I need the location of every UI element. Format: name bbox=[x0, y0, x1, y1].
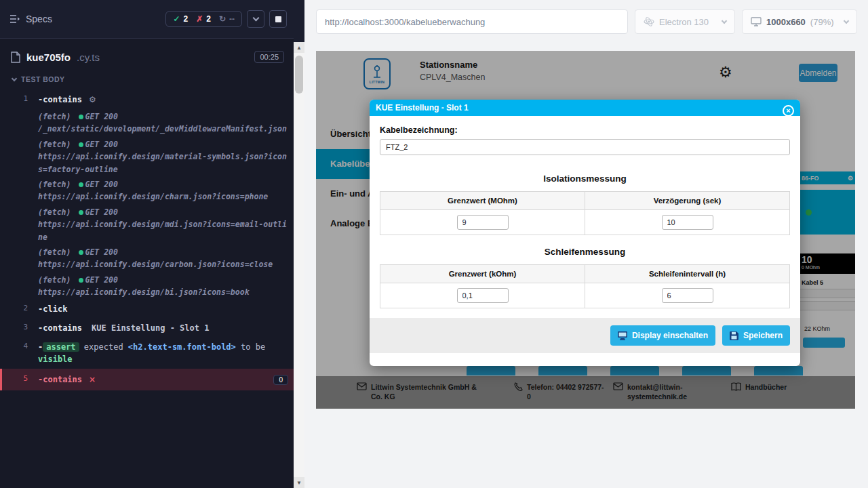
browser-selector[interactable]: Electron 130 bbox=[635, 9, 735, 34]
check-icon: ✓ bbox=[173, 14, 180, 24]
save-button[interactable]: Speichern bbox=[722, 325, 790, 346]
command-number: 2 bbox=[0, 303, 38, 312]
display-icon bbox=[618, 331, 627, 340]
display-on-label: Display einschalten bbox=[632, 331, 708, 340]
command-row-assert[interactable]: 4 -assert expected <h2.text-sm.font-bold… bbox=[0, 338, 294, 369]
viewport-size: 1000x660 bbox=[766, 17, 806, 27]
status-dot-icon bbox=[79, 278, 83, 283]
command-name: contains bbox=[43, 323, 82, 333]
kue-settings-modal: KUE Einstellung - Slot 1 × Kabelbezeichn… bbox=[370, 100, 800, 366]
aut-toolbar: Electron 130 1000x660 (79%) bbox=[304, 0, 868, 34]
gear-icon: ⚙ bbox=[89, 95, 96, 104]
viewport-zoom: (79%) bbox=[810, 17, 834, 27]
fetch-log-row[interactable]: (fetch)GET 200https://api.iconify.design… bbox=[0, 245, 294, 272]
scroll-up-arrow[interactable]: ▲ bbox=[294, 42, 304, 53]
modal-body: Kabelbezeichnung: Isolationsmessung Gren… bbox=[370, 116, 800, 353]
stop-tests-button[interactable] bbox=[269, 10, 287, 28]
fetch-log-row[interactable]: (fetch)GET 200https://api.iconify.design… bbox=[0, 177, 294, 205]
command-row-contains-2[interactable]: 3 -containsKUE Einstellung - Slot 1 bbox=[0, 319, 294, 338]
scrollbar-thumb[interactable] bbox=[295, 56, 303, 94]
fetch-url: /_next/static/development/_devMiddleware… bbox=[38, 123, 288, 135]
command-name: contains bbox=[43, 95, 82, 104]
test-stats: ✓2 ✗2 ↻-- bbox=[165, 11, 242, 27]
cable-name-input[interactable] bbox=[380, 139, 790, 155]
status-dot-icon bbox=[79, 210, 83, 215]
vertical-scrollbar[interactable]: ▲ ▼ bbox=[294, 0, 304, 488]
chevron-down-icon bbox=[252, 15, 259, 22]
fetch-label: (fetch) bbox=[38, 112, 71, 121]
grenzwert-kohm-input[interactable] bbox=[457, 288, 509, 303]
command-log: 1 -contains⚙ (fetch)GET 200/_next/static… bbox=[0, 90, 294, 390]
spec-extension: .cy.ts bbox=[77, 52, 100, 63]
refresh-icon: ↻ bbox=[219, 14, 226, 24]
command-row-click[interactable]: 2 -click bbox=[0, 300, 294, 319]
fetch-url: https://api.iconify.design/bi.json?icons… bbox=[38, 286, 288, 298]
spec-title-row: kue705fo .cy.ts 00:25 bbox=[0, 39, 294, 71]
fetch-label: (fetch) bbox=[38, 275, 71, 285]
status-dot-icon bbox=[79, 250, 83, 255]
scroll-down-arrow[interactable]: ▼ bbox=[294, 477, 304, 488]
command-row-contains-failed[interactable]: 5 -contains× 0 bbox=[0, 369, 294, 390]
test-body-toggle[interactable]: TEST BODY bbox=[0, 71, 294, 90]
fail-x-icon: × bbox=[89, 375, 96, 384]
collapse-panel-button[interactable] bbox=[247, 10, 264, 28]
fetch-method: GET 200 bbox=[85, 275, 117, 285]
fetch-label: (fetch) bbox=[38, 180, 71, 189]
status-dot-icon bbox=[79, 182, 83, 187]
fetch-url: https://api.iconify.design/charm.json?ic… bbox=[38, 190, 288, 203]
test-body-label: TEST BODY bbox=[21, 75, 65, 83]
fetch-log-row[interactable]: (fetch)GET 200https://api.iconify.design… bbox=[0, 137, 294, 177]
stat-passed: ✓2 bbox=[173, 14, 188, 24]
fetch-log-row[interactable]: (fetch)GET 200https://api.iconify.design… bbox=[0, 272, 294, 300]
chevron-down-icon bbox=[722, 18, 727, 23]
verzoegerung-sek-input[interactable] bbox=[662, 215, 713, 230]
fetch-url: https://api.iconify.design/mdi.json?icon… bbox=[38, 218, 288, 243]
modal-footer: Display einschalten Speichern bbox=[370, 318, 800, 353]
command-argument: KUE Einstellung - Slot 1 bbox=[92, 323, 209, 333]
specs-list-icon bbox=[9, 14, 20, 24]
spec-file-icon bbox=[11, 52, 20, 63]
spec-name[interactable]: kue705fo bbox=[26, 52, 71, 63]
command-row-contains-1[interactable]: 1 -contains⚙ bbox=[0, 90, 294, 109]
browser-name: Electron 130 bbox=[659, 17, 709, 27]
grenzwert-mohm-input[interactable] bbox=[457, 215, 509, 230]
modal-title: KUE Einstellung - Slot 1 bbox=[376, 103, 469, 113]
electron-icon bbox=[644, 16, 654, 27]
col-grenzwert-mohm: Grenzwert (MOhm) bbox=[380, 192, 585, 210]
url-input[interactable] bbox=[316, 9, 628, 34]
save-label: Speichern bbox=[743, 331, 783, 340]
schleifenintervall-input[interactable] bbox=[662, 288, 713, 303]
stop-icon bbox=[275, 16, 281, 22]
display-on-button[interactable]: Display einschalten bbox=[610, 325, 715, 346]
modal-header: KUE Einstellung - Slot 1 × bbox=[370, 100, 800, 116]
status-dot-icon bbox=[79, 142, 83, 147]
specs-menu-button[interactable]: Specs bbox=[9, 14, 52, 24]
children-count-badge: 0 bbox=[273, 375, 288, 385]
stat-pending: ↻-- bbox=[219, 14, 235, 24]
scrollbar-cap bbox=[294, 0, 304, 42]
fetch-method: GET 200 bbox=[85, 180, 117, 189]
fetch-url: https://api.iconify.design/carbon.json?i… bbox=[38, 258, 288, 270]
viewport-selector[interactable]: 1000x660 (79%) bbox=[742, 9, 857, 34]
status-dot-icon bbox=[79, 115, 83, 119]
col-grenzwert-kohm: Grenzwert (kOhm) bbox=[380, 265, 585, 283]
cypress-reporter-panel: Specs ✓2 ✗2 ↻-- kue705fo .cy.ts 00:25 TE… bbox=[0, 0, 294, 488]
fetch-log-row[interactable]: (fetch)GET 200/_next/static/development/… bbox=[0, 109, 294, 137]
fetch-method: GET 200 bbox=[85, 112, 117, 121]
schleifen-section-title: Schleifenmessung bbox=[380, 247, 790, 257]
close-icon[interactable]: × bbox=[783, 105, 794, 117]
fetch-method: GET 200 bbox=[85, 207, 117, 217]
assert-target: <h2.text-sm.font-bold> bbox=[128, 342, 236, 352]
aut-frame: LITTWIN Stationsname CPLV4_Maschen ⚙ Abm… bbox=[316, 51, 855, 409]
chevron-down-icon bbox=[844, 18, 849, 23]
fetch-log-row[interactable]: (fetch)GET 200https://api.iconify.design… bbox=[0, 205, 294, 245]
fetch-method: GET 200 bbox=[85, 140, 117, 149]
isolation-table: Grenzwert (MOhm) Verzögerung (sek) bbox=[380, 191, 790, 235]
col-verzoegerung-sek: Verzögerung (sek) bbox=[585, 192, 790, 210]
col-schleifenintervall-h: Schleifenintervall (h) bbox=[585, 265, 790, 283]
specs-label: Specs bbox=[26, 14, 52, 24]
isolation-section-title: Isolationsmessung bbox=[380, 174, 790, 184]
chevron-down-icon bbox=[12, 76, 17, 81]
pending-count: -- bbox=[229, 14, 235, 24]
passed-count: 2 bbox=[184, 14, 189, 24]
